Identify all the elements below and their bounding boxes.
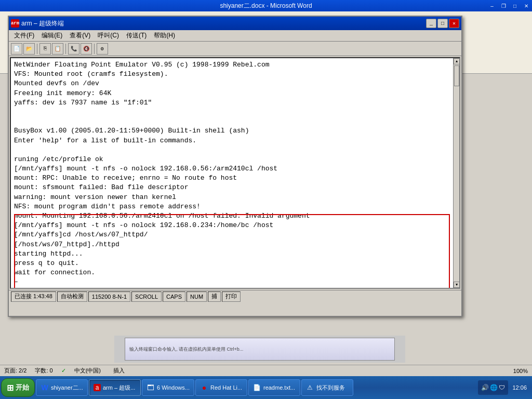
- menu-file[interactable]: 文件(F): [11, 30, 37, 41]
- print-status: 打印: [222, 291, 241, 302]
- term-line-13: NFS: mount program didn't pass remote ad…: [14, 202, 450, 211]
- taskbar-item-windows[interactable]: 🗔 6 Windows...: [142, 379, 194, 396]
- term-line-blank1: [14, 108, 450, 117]
- taskbar-terminal-label: arm – 超级...: [103, 384, 135, 392]
- term-line-blank3: [14, 145, 450, 155]
- word-taskbar-icon: W: [41, 383, 49, 392]
- term-line-8: runing /etc/profile ok: [14, 155, 450, 164]
- readme-taskbar-icon: 📄: [253, 383, 261, 392]
- taskbar-readme-label: readme.txt...: [263, 384, 295, 391]
- taskbar-item-readme[interactable]: 📄 readme.txt...: [248, 379, 300, 396]
- word-restore-btn[interactable]: ❐: [498, 0, 509, 11]
- caps-status: CAPS: [163, 291, 185, 302]
- systray: 🔊 🌐 🛡: [478, 380, 508, 395]
- term-line-10: mount: RPC: Unable to receive; enrno = N…: [14, 174, 450, 183]
- taskbar-right: 🔊 🌐 🛡 12:06: [478, 376, 531, 399]
- word-close-btn[interactable]: ✕: [521, 0, 532, 11]
- start-label: 开始: [16, 383, 29, 392]
- word-titlebar-buttons: – ❐ □ ✕: [486, 0, 532, 11]
- num-status: NUM: [187, 291, 207, 302]
- systray-icon3: 🛡: [499, 384, 505, 392]
- term-line-4: Freeing init memory: 64K: [14, 89, 450, 98]
- taskbar-thumbnail: 输入终端窗口命令输入, 请在虚拟机内菜单使用 Ctrl+b...: [125, 338, 395, 361]
- term-line-5: yaffs: dev is 7937 name is "1f:01": [14, 98, 450, 108]
- taskbar-notfound-label: 找不到服务: [316, 384, 345, 392]
- terminal-content-area[interactable]: NetWinder Floating Point Emulator V0.95 …: [10, 57, 460, 289]
- terminal-statusbar: 已连接 1:43:48 自动检测 115200 8-N-1 SCROLL CAP…: [9, 290, 461, 302]
- terminal-close-btn[interactable]: ✕: [449, 19, 459, 28]
- word-count: 字数: 0: [35, 367, 52, 375]
- scrollbar-thumb[interactable]: [454, 65, 459, 86]
- scrollbar-up-btn[interactable]: ▲: [454, 58, 460, 64]
- term-line-15: [/mnt/yaffs] mount -t nfs -o nolock 192.…: [14, 221, 450, 230]
- word-statusbar: 页面: 2/2 字数: 0 ✓ 中文(中国) 插入 100%: [0, 365, 532, 376]
- menu-edit[interactable]: 编辑(E): [38, 30, 65, 41]
- terminal-app-icon: arm: [11, 19, 19, 28]
- scrollbar-down-btn[interactable]: ▼: [454, 282, 460, 288]
- term-line-11: mount: sfsmount failed: Bad file descrip…: [14, 183, 450, 192]
- notfound-taskbar-icon: ⚠: [306, 383, 314, 392]
- toolbar-new-btn[interactable]: 📄: [11, 43, 22, 55]
- term-line-17: [/host/ws/07_httpd]./httpd: [14, 240, 450, 249]
- systray-icon1: 🔊: [481, 384, 489, 392]
- toolbar-sep3: [94, 44, 95, 54]
- terminal-scrollbar[interactable]: ▲ ▼: [453, 58, 459, 288]
- toolbar-copy-btn[interactable]: ⎘: [39, 43, 51, 55]
- auto-detect-status: 自动检测: [57, 291, 87, 302]
- windows-orb: ⊞: [7, 383, 14, 393]
- zoom: 100%: [513, 368, 528, 374]
- thumbnail-content: 输入终端窗口命令输入, 请在虚拟机内菜单使用 Ctrl+b...: [129, 346, 243, 353]
- terminal-maximize-btn[interactable]: □: [437, 19, 448, 28]
- term-line-18: starting httpd...: [14, 249, 450, 259]
- term-line-9: [/mnt/yaffs] mount -t nfs -o nolock 192.…: [14, 164, 450, 174]
- toolbar-connect-btn[interactable]: 📞: [68, 43, 79, 55]
- start-button[interactable]: ⊞ 开始: [1, 378, 35, 397]
- term-line-blank2: [14, 117, 450, 126]
- term-line-7: Enter 'help' for a list of built-in comm…: [14, 136, 450, 145]
- term-line-cursor: –: [14, 277, 450, 287]
- menu-view[interactable]: 查看(V): [66, 30, 94, 41]
- term-line-19: press q to quit.: [14, 259, 450, 268]
- term-line-3: Mounted devfs on /dev: [14, 79, 450, 88]
- taskbar-item-redhat[interactable]: ● Red Hat Li...: [195, 379, 247, 396]
- word-titlebar: shiyaner二.docx - Microsoft Word – ❐ □ ✕: [0, 0, 532, 11]
- terminal-titlebar: arm arm – 超级终端 _ □ ✕: [9, 17, 461, 30]
- toolbar-open-btn[interactable]: 📂: [23, 43, 35, 55]
- term-line-16: [/mnt/yaffs]cd /host/ws/07_httpd/: [14, 230, 450, 240]
- terminal-titlebar-buttons: _ □ ✕: [426, 19, 459, 28]
- taskbar-item-notfound[interactable]: ⚠ 找不到服务: [301, 379, 353, 396]
- toolbar-settings-btn[interactable]: ⚙: [97, 43, 108, 55]
- toolbar-sep1: [37, 44, 37, 54]
- baud-status: 115200 8-N-1: [88, 291, 130, 302]
- taskbar-item-word[interactable]: W shiyaner二...: [36, 379, 88, 396]
- system-clock: 12:06: [510, 384, 529, 391]
- terminal-text: NetWinder Floating Point Emulator V0.95 …: [11, 58, 453, 288]
- terminal-title: arm – 超级终端: [21, 19, 424, 28]
- taskbar-windows-label: 6 Windows...: [157, 384, 190, 391]
- terminal-taskbar-icon: a: [94, 384, 101, 391]
- check-icon: ✓: [61, 367, 66, 374]
- terminal-minimize-btn[interactable]: _: [426, 19, 436, 28]
- terminal-window: arm arm – 超级终端 _ □ ✕ 文件(F) 编辑(E) 查看(V) 呼…: [8, 16, 462, 317]
- menu-transfer[interactable]: 传送(T): [123, 30, 150, 41]
- term-line-20: wait for connection.: [14, 268, 450, 277]
- windows-taskbar-icon: 🗔: [147, 383, 155, 392]
- menu-call[interactable]: 呼叫(C): [95, 30, 122, 41]
- redhat-taskbar-icon: ●: [200, 383, 208, 392]
- scroll-status: SCROLL: [131, 291, 162, 302]
- systray-icon2: 🌐: [490, 384, 498, 392]
- language: 中文(中国): [74, 367, 101, 375]
- word-maximize-btn[interactable]: □: [509, 0, 521, 11]
- terminal-toolbar: 📄 📂 ⎘ 📋 📞 🔇 ⚙: [9, 42, 461, 56]
- toolbar-sep2: [65, 44, 66, 54]
- term-line-1: NetWinder Floating Point Emulator V0.95 …: [14, 60, 450, 70]
- taskbar-redhat-label: Red Hat Li...: [210, 384, 242, 391]
- toolbar-paste-btn[interactable]: 📋: [52, 43, 63, 55]
- toolbar-disconnect-btn[interactable]: 🔇: [81, 43, 92, 55]
- term-line-2: VFS: Mounted root (cramfs filesystem).: [14, 70, 450, 79]
- connection-status: 已连接 1:43:48: [11, 291, 56, 302]
- word-minimize-btn[interactable]: –: [486, 0, 498, 11]
- menu-help[interactable]: 帮助(H): [151, 30, 178, 41]
- taskbar-item-terminal[interactable]: a arm – 超级...: [89, 379, 141, 396]
- term-line-12: warning: mount version newer than kernel: [14, 193, 450, 202]
